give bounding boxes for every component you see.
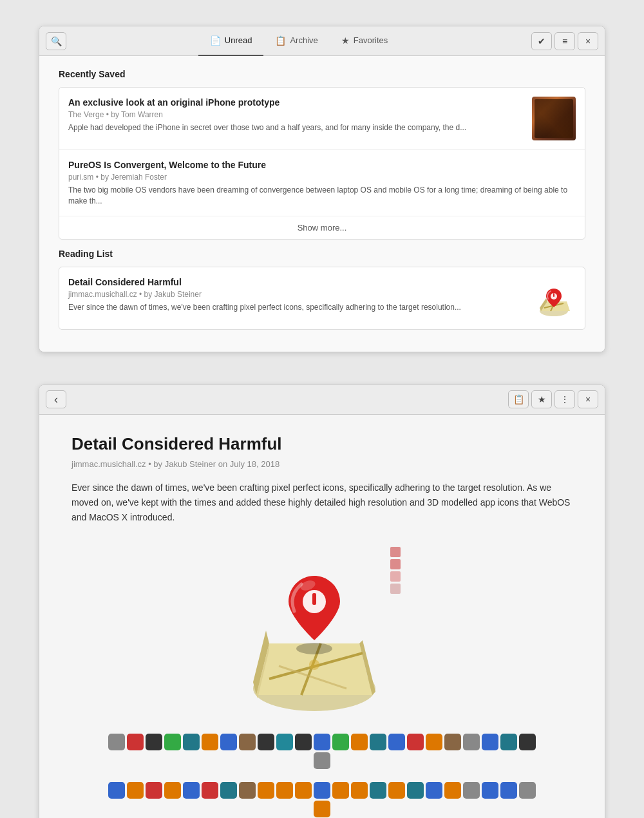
archive-detail-button[interactable]: 📋	[508, 390, 529, 408]
article-source-pureos: puri.sm	[68, 173, 93, 182]
map-pin-large-svg	[243, 540, 385, 714]
article-item-detail[interactable]: Detail Considered Harmful jimmac.musicha…	[59, 267, 585, 329]
app-icon-r2-7	[220, 782, 237, 799]
app-icon-3	[146, 734, 162, 750]
app-icon-r2-4	[164, 782, 181, 799]
app-icon-10	[276, 734, 293, 750]
icon-strip-right	[390, 540, 401, 594]
app-icon-r2-18	[426, 782, 442, 799]
app-icon-r2-24	[314, 801, 330, 817]
toolbar-detail: ‹ 📋 ★ ⋮ ×	[39, 385, 605, 415]
app-icon-22	[500, 734, 517, 750]
app-icon-20	[463, 734, 480, 750]
app-icon-r2-3	[146, 782, 162, 799]
article-title-iphone: An exclusive look at an original iPhone …	[68, 97, 524, 108]
panel-article-detail: ‹ 📋 ★ ⋮ × Detail Considered Harmful jimm…	[39, 385, 605, 818]
app-icon-6	[202, 734, 218, 750]
app-icon-r2-2	[127, 782, 144, 799]
toolbar-detail-left: ‹	[46, 390, 66, 408]
article-excerpt-iphone: Apple had developed the iPhone in secret…	[68, 122, 524, 133]
article-author-detail: Jakub Steiner	[155, 290, 202, 299]
app-icon-r2-19	[444, 782, 461, 799]
app-icon-8	[239, 734, 256, 750]
tab-archive[interactable]: 📋 Archive	[263, 26, 329, 56]
star-detail-button[interactable]: ★	[531, 390, 552, 408]
article-image-area	[71, 540, 573, 714]
unread-tab-icon: 📄	[210, 35, 221, 46]
article-excerpt-detail: Ever since the dawn of times, we've been…	[68, 302, 524, 313]
back-button[interactable]: ‹	[46, 390, 66, 408]
tab-bar: 📄 Unread 📋 Archive ★ Favorites	[69, 26, 529, 56]
article-title-pureos: PureOS Is Convergent, Welcome to the Fut…	[68, 159, 576, 171]
app-icon-r2-6	[202, 782, 218, 799]
list-content: Recently Saved An exclusive look at an o…	[39, 56, 605, 352]
app-icon-r2-9	[258, 782, 274, 799]
map-pin-small-svg	[535, 279, 573, 318]
app-icon-r2-15	[370, 782, 386, 799]
favorites-tab-icon: ★	[341, 35, 350, 46]
article-thumb-iphone	[532, 97, 576, 140]
toolbar-left: 🔍	[46, 32, 66, 50]
app-icon-4	[164, 734, 181, 750]
svg-rect-20	[312, 593, 316, 605]
app-icon-r2-23	[519, 782, 536, 799]
app-icon-row-2	[71, 775, 573, 818]
article-author-pureos: Jeremiah Foster	[111, 173, 167, 182]
article-meta-pureos: puri.sm • by Jeremiah Foster	[68, 173, 576, 182]
more-detail-button[interactable]: ⋮	[554, 390, 575, 408]
panel-reader-list: 🔍 📄 Unread 📋 Archive ★ Favorites ✔ ≡	[39, 26, 605, 352]
app-icon-7	[220, 734, 237, 750]
tab-favorites[interactable]: ★ Favorites	[330, 26, 399, 56]
back-icon: ‹	[54, 393, 58, 406]
app-icon-r2-5	[183, 782, 200, 799]
app-icon-11	[295, 734, 312, 750]
tab-unread[interactable]: 📄 Unread	[198, 26, 264, 56]
app-icon-r2-14	[351, 782, 368, 799]
svg-point-17	[296, 643, 332, 654]
article-title-detail: Detail Considered Harmful	[68, 276, 524, 288]
icon-strip-dot-3	[390, 571, 401, 582]
app-icon-13	[332, 734, 349, 750]
close-detail-button[interactable]: ×	[578, 390, 598, 408]
app-icon-r2-10	[276, 782, 293, 799]
article-text-pureos: PureOS Is Convergent, Welcome to the Fut…	[68, 159, 576, 207]
article-text-iphone: An exclusive look at an original iPhone …	[68, 97, 524, 133]
article-item-iphone[interactable]: An exclusive look at an original iPhone …	[59, 88, 585, 149]
article-item-pureos[interactable]: PureOS Is Convergent, Welcome to the Fut…	[59, 150, 585, 216]
app-icon-12	[314, 734, 330, 750]
app-icon-r2-1	[108, 782, 125, 799]
app-icon-23	[519, 734, 536, 750]
svg-point-16	[309, 660, 319, 670]
app-icon-r2-22	[500, 782, 517, 799]
close-icon: ×	[585, 36, 591, 46]
close-button[interactable]: ×	[578, 32, 598, 50]
app-icon-2	[127, 734, 144, 750]
app-icon-r2-11	[295, 782, 312, 799]
check-icon: ✔	[538, 36, 545, 46]
search-button[interactable]: 🔍	[46, 32, 66, 50]
article-source-iphone: The Verge	[68, 110, 104, 119]
check-button[interactable]: ✔	[531, 32, 552, 50]
app-icon-r2-13	[332, 782, 349, 799]
app-icon-r2-20	[463, 782, 480, 799]
app-icon-9	[258, 734, 274, 750]
app-icon-5	[183, 734, 200, 750]
toolbar-right: ✔ ≡ ×	[531, 32, 598, 50]
article-source-detail: jimmac.musichall.cz	[68, 290, 137, 299]
archive-detail-icon: 📋	[513, 394, 524, 404]
app-icon-14	[351, 734, 368, 750]
article-detail-meta: jimmac.musichall.cz • by Jakub Steiner o…	[71, 459, 573, 469]
menu-button[interactable]: ≡	[554, 32, 575, 50]
app-icon-24	[314, 752, 330, 769]
app-icon-1	[108, 734, 125, 750]
close-detail-icon: ×	[585, 394, 591, 404]
app-icon-r2-12	[314, 782, 330, 799]
article-author-iphone: Tom Warren	[121, 110, 163, 119]
article-thumb-detail	[532, 276, 576, 320]
svg-rect-7	[553, 293, 554, 297]
article-detail-title: Detail Considered Harmful	[71, 434, 573, 454]
search-icon: 🔍	[51, 36, 62, 46]
show-more-button[interactable]: Show more...	[59, 216, 585, 239]
app-icon-r2-21	[482, 782, 498, 799]
article-text-detail: Detail Considered Harmful jimmac.musicha…	[68, 276, 524, 313]
